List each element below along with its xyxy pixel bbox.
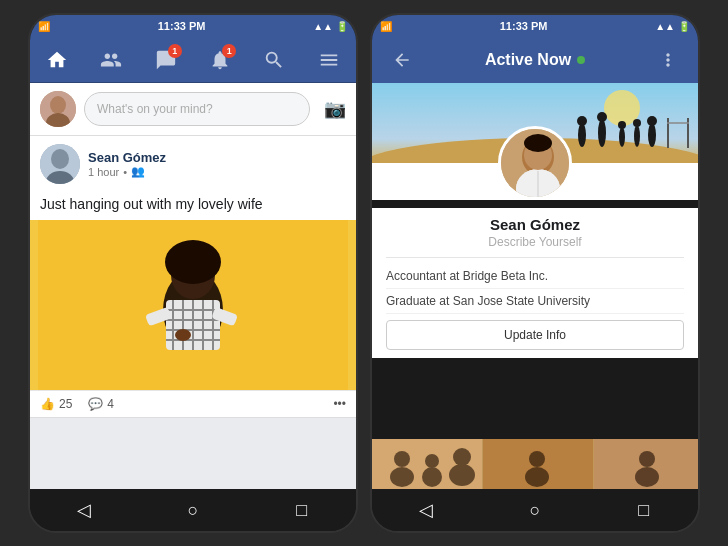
svg-point-50: [394, 451, 410, 467]
post-header: Sean Gómez 1 hour • 👥: [30, 136, 356, 192]
more-btn-profile[interactable]: [648, 40, 688, 80]
feed-content: What's on your mind? 📷 Sean Gómez: [30, 83, 356, 493]
profile-name: Sean Gómez: [386, 216, 684, 233]
svg-point-45: [524, 134, 552, 152]
svg-point-59: [635, 467, 659, 487]
nav-notifications[interactable]: 1: [200, 40, 240, 80]
nav-friends[interactable]: [91, 40, 131, 80]
sim-icon-right: 📶: [380, 21, 392, 32]
back-btn-left[interactable]: ◁: [69, 495, 99, 525]
status-bar-left: 📶 11:33 PM ▲▲ 🔋: [30, 15, 356, 37]
svg-point-58: [639, 451, 655, 467]
time-right: 11:33 PM: [500, 20, 548, 32]
status-left-icons: 📶: [38, 21, 50, 32]
svg-point-19: [165, 240, 221, 284]
svg-point-54: [453, 448, 471, 466]
camera-icon[interactable]: 📷: [324, 98, 346, 120]
post-input-row: What's on your mind? 📷: [30, 83, 356, 136]
battery-icon-right: 🔋: [678, 21, 690, 32]
friends-icon: 👥: [131, 165, 145, 178]
home-btn-right[interactable]: ○: [520, 495, 550, 525]
right-phone: 📶 11:33 PM ▲▲ 🔋 Active Now: [370, 13, 700, 533]
active-dot: [577, 56, 585, 64]
post-image: [30, 220, 356, 390]
user-avatar: [40, 91, 76, 127]
messages-badge: 1: [168, 44, 182, 58]
post-time: 1 hour • 👥: [88, 165, 346, 178]
active-now-label: Active Now: [485, 51, 571, 69]
time-dot: •: [123, 166, 127, 178]
bottom-nav-right: ◁ ○ □: [372, 489, 698, 531]
post-author-name: Sean Gómez: [88, 150, 346, 165]
profile-cover-section: [372, 83, 698, 200]
post-card: Sean Gómez 1 hour • 👥 Just hanging out w…: [30, 136, 356, 418]
svg-point-4: [51, 149, 69, 169]
nav-messages[interactable]: 1: [146, 40, 186, 80]
profile-job: Accountant at Bridge Beta Inc.: [386, 264, 684, 289]
like-icon: 👍: [40, 397, 55, 411]
menu-btn-left[interactable]: □: [287, 495, 317, 525]
back-btn-right[interactable]: ◁: [411, 495, 441, 525]
update-info-btn[interactable]: Update Info: [386, 320, 684, 350]
profile-bottom-strip: [372, 439, 698, 489]
svg-point-55: [449, 464, 475, 486]
profile-avatar-container: [372, 126, 698, 200]
svg-point-52: [425, 454, 439, 468]
svg-point-27: [577, 116, 587, 126]
profile-education: Graduate at San Jose State University: [386, 289, 684, 314]
status-right-right: ▲▲ 🔋: [655, 21, 690, 32]
status-left-right: 📶: [380, 21, 392, 32]
like-count: 25: [59, 397, 72, 411]
nav-bar-left: 1 1: [30, 37, 356, 83]
post-author-avatar: [40, 144, 80, 184]
status-right-icons: ▲▲ 🔋: [313, 21, 348, 32]
signal-icon-right: ▲▲: [655, 21, 675, 32]
comment-btn[interactable]: 💬 4: [88, 397, 114, 411]
svg-point-35: [647, 116, 657, 126]
divider-1: [386, 257, 684, 258]
sim-icon: 📶: [38, 21, 50, 32]
more-btn[interactable]: •••: [333, 397, 346, 411]
signal-icon: ▲▲: [313, 21, 333, 32]
nav-menu[interactable]: [309, 40, 349, 80]
svg-point-57: [525, 467, 549, 487]
post-input[interactable]: What's on your mind?: [84, 92, 310, 126]
profile-avatar: [498, 126, 572, 200]
left-phone: 📶 11:33 PM ▲▲ 🔋 1 1: [28, 13, 358, 533]
profile-describe: Describe Yourself: [386, 235, 684, 249]
notifications-badge: 1: [222, 44, 236, 58]
comment-count: 4: [107, 397, 114, 411]
bottom-nav-left: ◁ ○ □: [30, 489, 356, 531]
svg-point-56: [529, 451, 545, 467]
home-btn-left[interactable]: ○: [178, 495, 208, 525]
nav-search[interactable]: [254, 40, 294, 80]
nav-home[interactable]: [37, 40, 77, 80]
svg-point-51: [390, 467, 414, 487]
comment-icon: 💬: [88, 397, 103, 411]
svg-point-53: [422, 467, 442, 487]
profile-nav-title: Active Now: [485, 51, 585, 69]
more-icon: •••: [333, 397, 346, 411]
post-input-placeholder: What's on your mind?: [97, 102, 213, 116]
svg-point-29: [597, 112, 607, 122]
battery-icon: 🔋: [336, 21, 348, 32]
time-left: 11:33 PM: [158, 20, 206, 32]
svg-point-22: [175, 329, 191, 341]
status-bar-right: 📶 11:33 PM ▲▲ 🔋: [372, 15, 698, 37]
profile-nav: Active Now: [372, 37, 698, 83]
post-actions: 👍 25 💬 4 •••: [30, 390, 356, 417]
back-btn-profile[interactable]: [382, 40, 422, 80]
menu-btn-right[interactable]: □: [629, 495, 659, 525]
svg-point-1: [50, 96, 66, 114]
post-meta: Sean Gómez 1 hour • 👥: [88, 150, 346, 178]
like-btn[interactable]: 👍 25: [40, 397, 72, 411]
profile-info: Sean Gómez Describe Yourself Accountant …: [372, 208, 698, 358]
post-text: Just hanging out with my lovely wife: [30, 192, 356, 220]
